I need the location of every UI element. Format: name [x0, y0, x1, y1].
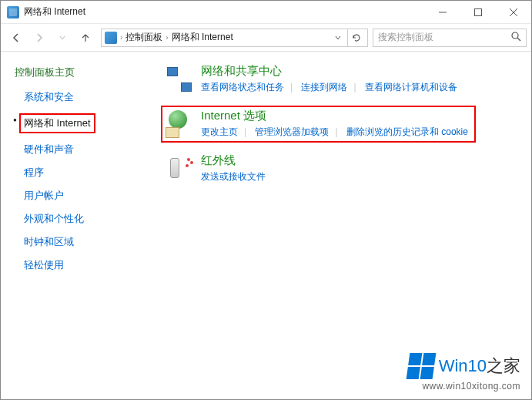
- section-links: 更改主页| 管理浏览器加载项| 删除浏览的历史记录和 cookie: [201, 125, 473, 139]
- content-area: 网络和共享中心 查看网络状态和任务| 连接到网络| 查看网络计算机和设备 Int…: [155, 52, 531, 399]
- window-controls: [425, 1, 531, 23]
- sidebar-item-users[interactable]: 用户帐户: [15, 189, 155, 203]
- infrared-icon: [164, 153, 195, 184]
- section-links: 发送或接收文件: [201, 170, 522, 184]
- app-icon: [7, 6, 19, 18]
- forward-button[interactable]: [28, 27, 50, 49]
- internet-options-icon: [164, 109, 195, 139]
- watermark: Win10之家 www.win10xitong.com: [408, 353, 520, 392]
- link-manage-addons[interactable]: 管理浏览器加载项: [255, 126, 329, 137]
- link-connect-network[interactable]: 连接到网络: [301, 82, 347, 92]
- search-input[interactable]: 搜索控制面板: [373, 29, 527, 47]
- sidebar: 控制面板主页 系统和安全 网络和 Internet 硬件和声音 程序 用户帐户 …: [1, 52, 155, 399]
- search-icon: [511, 32, 521, 44]
- section-infrared: 红外线 发送或接收文件: [164, 153, 522, 184]
- section-title[interactable]: 红外线: [201, 153, 522, 168]
- window-title: 网络和 Internet: [24, 5, 425, 18]
- navigation-bar: › 控制面板 › 网络和 Internet 搜索控制面板: [1, 24, 531, 52]
- chevron-right-icon: ›: [120, 33, 122, 42]
- address-bar[interactable]: › 控制面板 › 网络和 Internet: [101, 29, 368, 47]
- body-area: 控制面板主页 系统和安全 网络和 Internet 硬件和声音 程序 用户帐户 …: [1, 52, 531, 399]
- sidebar-item-network[interactable]: 网络和 Internet: [15, 113, 155, 133]
- link-view-status[interactable]: 查看网络状态和任务: [201, 82, 284, 92]
- sidebar-home[interactable]: 控制面板主页: [15, 66, 155, 79]
- windows-logo-icon: [406, 353, 436, 379]
- sidebar-item-appearance[interactable]: 外观和个性化: [15, 212, 155, 226]
- history-dropdown[interactable]: [52, 27, 73, 49]
- svg-rect-1: [475, 8, 482, 15]
- section-links: 查看网络状态和任务| 连接到网络| 查看网络计算机和设备: [201, 80, 522, 95]
- svg-line-5: [517, 38, 520, 41]
- up-button[interactable]: [75, 27, 96, 49]
- link-change-homepage[interactable]: 更改主页: [201, 126, 238, 137]
- link-delete-history[interactable]: 删除浏览的历史记录和 cookie: [346, 126, 468, 137]
- section-internet-options: Internet 选项 更改主页| 管理浏览器加载项| 删除浏览的历史记录和 c…: [161, 106, 476, 143]
- network-sharing-icon: [164, 64, 195, 95]
- highlight-annotation: 网络和 Internet: [19, 113, 95, 133]
- sidebar-item-clock[interactable]: 时钟和区域: [15, 235, 155, 249]
- minimize-button[interactable]: [425, 1, 460, 23]
- title-bar: 网络和 Internet: [1, 1, 531, 24]
- section-title[interactable]: Internet 选项: [201, 109, 473, 123]
- watermark-brand: Win10之家: [439, 355, 520, 378]
- link-send-receive[interactable]: 发送或接收文件: [201, 171, 266, 182]
- sidebar-item-programs[interactable]: 程序: [15, 166, 155, 180]
- sidebar-item-system[interactable]: 系统和安全: [15, 90, 155, 104]
- close-button[interactable]: [496, 1, 531, 23]
- breadcrumb-item[interactable]: 网络和 Internet: [172, 31, 233, 44]
- section-title[interactable]: 网络和共享中心: [201, 64, 522, 79]
- svg-point-4: [512, 32, 518, 39]
- address-dropdown[interactable]: [332, 35, 344, 41]
- watermark-url: www.win10xitong.com: [408, 381, 520, 392]
- refresh-button[interactable]: [347, 29, 364, 46]
- sidebar-item-hardware[interactable]: 硬件和声音: [15, 143, 155, 156]
- search-placeholder: 搜索控制面板: [378, 31, 511, 44]
- maximize-button[interactable]: [460, 1, 496, 23]
- breadcrumb-item[interactable]: 控制面板: [125, 31, 162, 44]
- chevron-right-icon: ›: [166, 33, 168, 42]
- link-view-devices[interactable]: 查看网络计算机和设备: [365, 82, 457, 92]
- location-icon: [105, 32, 117, 44]
- sidebar-item-ease[interactable]: 轻松使用: [15, 258, 155, 272]
- back-button[interactable]: [5, 27, 27, 49]
- section-network-sharing: 网络和共享中心 查看网络状态和任务| 连接到网络| 查看网络计算机和设备: [164, 64, 522, 95]
